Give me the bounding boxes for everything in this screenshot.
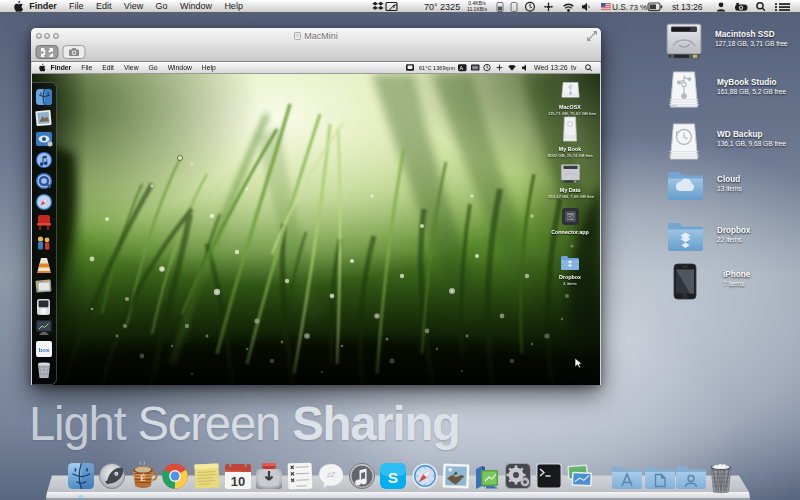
svg-text:61°C 1369rpm: 61°C 1369rpm <box>419 65 455 71</box>
svg-text:box: box <box>39 347 50 353</box>
svg-text:zZ: zZ <box>326 471 336 478</box>
svg-text:st 13:26: st 13:26 <box>672 2 703 12</box>
svg-text:11.1KB/s: 11.1KB/s <box>467 6 487 12</box>
svg-text:U.S.: U.S. <box>612 2 628 12</box>
svg-text:Wed 13:26: Wed 13:26 <box>534 64 568 71</box>
svg-text:tv: tv <box>571 64 577 71</box>
svg-text:É: É <box>140 473 146 483</box>
svg-text:10: 10 <box>231 474 245 489</box>
svg-text:A: A <box>460 65 464 71</box>
svg-text:70° 2325: 70° 2325 <box>424 2 460 12</box>
svg-text:EA: EA <box>567 214 574 220</box>
svg-text:S: S <box>388 469 398 486</box>
svg-text:73 %: 73 % <box>629 3 647 12</box>
